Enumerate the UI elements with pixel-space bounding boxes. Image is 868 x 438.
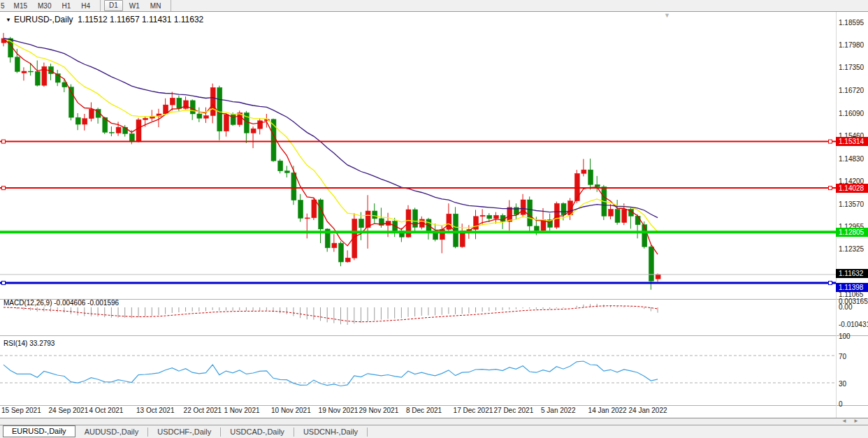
date-axis-label: 27 Dec 2021 xyxy=(494,407,534,414)
tab-EURUSD-,Daily[interactable]: EURUSD-,Daily xyxy=(3,425,75,437)
price-axis-label: 1.13570 xyxy=(839,200,864,208)
date-axis-label: 5 Jan 2022 xyxy=(541,407,576,414)
date-axis-label: 14 Jan 2022 xyxy=(588,407,627,414)
macd-axis-label: 0.00 xyxy=(839,303,852,311)
chart-symbol-period: EURUSD-,Daily xyxy=(14,15,73,24)
date-axis-label: 17 Dec 2021 xyxy=(454,407,493,414)
rsi-label: RSI(14) 33.2793 xyxy=(3,340,55,347)
date-axis-label: 29 Nov 2021 xyxy=(359,407,399,414)
current-price-badge: 1.11632 xyxy=(836,269,868,278)
price-axis-label: 1.14830 xyxy=(839,155,864,163)
date-axis-label: 1 Nov 2021 xyxy=(224,407,259,414)
rsi-axis-label: 100 xyxy=(839,333,851,340)
date-axis-label: 15 Sep 2021 xyxy=(1,407,41,414)
date-axis-label: 24 Sep 2021 xyxy=(49,407,89,414)
price-line-badge: 1.15314 xyxy=(836,137,868,146)
scroll-left-icon[interactable]: ◄ xyxy=(841,418,847,425)
rsi-axis-label: 70 xyxy=(839,353,846,360)
price-line-badge: 1.14028 xyxy=(836,184,868,193)
chart-title: ▼EURUSD-,Daily 1.11512 1.11657 1.11431 1… xyxy=(6,15,203,24)
tab-USDCNH-,Daily[interactable]: USDCNH-,Daily xyxy=(294,428,368,437)
rsi-axis-label: 0 xyxy=(839,400,843,408)
price-line-badge: 1.12805 xyxy=(836,228,868,237)
chart-shift-icon[interactable]: ▼ xyxy=(664,12,670,19)
date-axis-label: 24 Jan 2022 xyxy=(629,407,667,414)
date-axis-label: 19 Nov 2021 xyxy=(319,407,359,414)
scroll-right-icon[interactable]: ► xyxy=(853,418,859,425)
price-axis-label: 1.18595 xyxy=(839,19,864,27)
date-axis-label: 10 Nov 2021 xyxy=(271,407,311,414)
price-axis-label: 1.12325 xyxy=(839,245,864,253)
chart-canvas[interactable] xyxy=(0,0,868,438)
tab-USDCAD-,Daily[interactable]: USDCAD-,Daily xyxy=(221,428,294,437)
price-axis-label: 1.16090 xyxy=(839,110,864,117)
tab-AUDUSD-,Daily[interactable]: AUDUSD-,Daily xyxy=(75,428,149,437)
price-axis-label: 1.17980 xyxy=(839,41,864,49)
chart-tabs-bar: EURUSD-,DailyAUDUSD-,DailyUSDCHF-,DailyU… xyxy=(0,425,868,438)
horizontal-scrollbar[interactable]: ◄ ► xyxy=(0,418,868,425)
date-axis-label: 4 Oct 2021 xyxy=(89,407,123,414)
date-axis-label: 22 Oct 2021 xyxy=(184,407,222,414)
rsi-axis-label: 30 xyxy=(839,380,846,388)
chart-ohlc-values: 1.11512 1.11657 1.11431 1.11632 xyxy=(78,15,203,24)
price-line-badge: 1.11398 xyxy=(836,283,868,292)
price-axis-label: 1.17350 xyxy=(839,64,864,71)
date-axis-label: 8 Dec 2021 xyxy=(406,407,442,414)
price-axis-label: 1.16720 xyxy=(839,87,864,94)
tab-USDCHF-,Daily[interactable]: USDCHF-,Daily xyxy=(148,428,221,437)
chart-dropdown-icon[interactable]: ▼ xyxy=(6,17,11,23)
macd-label: MACD(12,26,9) -0.004606 -0.001596 xyxy=(3,299,119,307)
date-axis-label: 13 Oct 2021 xyxy=(136,407,174,414)
macd-axis-label: -0.010431 xyxy=(839,321,868,328)
